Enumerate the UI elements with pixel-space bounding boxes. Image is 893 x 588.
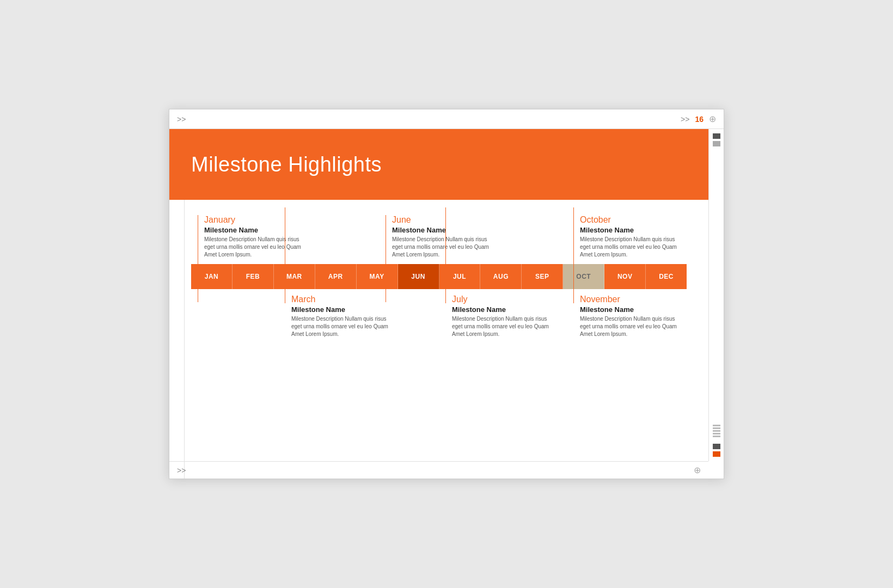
milestone-month-october: October: [580, 215, 687, 225]
right-sidebar: [708, 129, 724, 461]
milestone-below-july: July Milestone Name Milestone Descriptio…: [439, 295, 559, 338]
milestone-desc-november: Milestone Description Nullam quis risus …: [580, 315, 687, 338]
sidebar-block-3: [713, 444, 720, 449]
milestone-above-january: January Milestone Name Milestone Descrip…: [191, 215, 311, 259]
page-number: 16: [695, 115, 704, 124]
month-cell-sep: SEP: [522, 264, 563, 289]
milestones-below: March Milestone Name Milestone Descripti…: [191, 295, 687, 338]
month-cell-may: MAY: [357, 264, 398, 289]
milestone-name-march: Milestone Name: [291, 305, 398, 314]
milestone-above-june: June Milestone Name Milestone Descriptio…: [379, 215, 499, 259]
bottom-chevron-icon[interactable]: >>: [177, 466, 186, 475]
sidebar-block-1: [713, 133, 720, 139]
month-cell-nov: NOV: [604, 264, 646, 289]
milestone-below-november: November Milestone Name Milestone Descri…: [567, 295, 687, 338]
milestone-desc-march: Milestone Description Nullam quis risus …: [291, 315, 398, 338]
sidebar-bars: [713, 425, 720, 437]
sidebar-bar-2: [713, 427, 720, 429]
milestone-below-march: March Milestone Name Milestone Descripti…: [278, 295, 398, 338]
timeline-bar: JANFEBMARAPRMAYJUNJULAUGSEPOCTNOVDEC: [191, 264, 687, 289]
milestone-desc-january: Milestone Description Nullam quis risus …: [204, 236, 311, 259]
milestone-name-july: Milestone Name: [452, 305, 559, 314]
milestone-name-january: Milestone Name: [204, 226, 311, 234]
milestone-month-january: January: [204, 215, 311, 225]
crosshair-icon[interactable]: ⊕: [709, 114, 716, 124]
slide-title: Milestone Highlights: [191, 153, 382, 176]
slide-content: Milestone Highlights January Milestone N…: [169, 129, 708, 461]
chevron-right-icon[interactable]: >>: [177, 115, 186, 124]
sidebar-bar-4: [713, 433, 720, 434]
sidebar-bar-3: [713, 430, 720, 432]
milestone-month-july: July: [452, 295, 559, 304]
toolbar-left: >>: [177, 115, 186, 124]
sidebar-bar-5: [713, 436, 720, 437]
month-cell-feb: FEB: [233, 264, 274, 289]
milestone-above-october: October Milestone Name Milestone Descrip…: [567, 215, 687, 259]
month-cell-oct: OCT: [563, 264, 604, 289]
sidebar-block-orange: [713, 451, 720, 457]
milestone-name-october: Milestone Name: [580, 226, 687, 234]
top-toolbar: >> >> 16 ⊕: [169, 109, 724, 129]
bottom-toolbar: >> ⊕: [169, 461, 708, 479]
timeline-section: January Milestone Name Milestone Descrip…: [169, 215, 708, 338]
milestones-above: January Milestone Name Milestone Descrip…: [191, 215, 687, 259]
milestone-desc-july: Milestone Description Nullam quis risus …: [452, 315, 559, 338]
month-cell-dec: DEC: [646, 264, 687, 289]
header-banner: Milestone Highlights: [169, 129, 708, 200]
milestone-month-march: March: [291, 295, 398, 304]
slide-container: >> >> 16 ⊕ Milestone Highlights: [169, 109, 724, 479]
month-cell-aug: AUG: [480, 264, 522, 289]
milestone-desc-october: Milestone Description Nullam quis risus …: [580, 236, 687, 259]
month-cell-mar: MAR: [274, 264, 315, 289]
milestone-name-november: Milestone Name: [580, 305, 687, 314]
sidebar-block-2: [713, 141, 720, 146]
milestone-month-november: November: [580, 295, 687, 304]
month-cell-jun: JUN: [398, 264, 439, 289]
bottom-crosshair-icon[interactable]: ⊕: [694, 465, 701, 475]
bottom-crosshair[interactable]: ⊕: [694, 465, 701, 475]
sidebar-bar-1: [713, 425, 720, 426]
month-cell-apr: APR: [315, 264, 357, 289]
fast-forward-icon[interactable]: >>: [681, 115, 689, 124]
toolbar-right: >> 16 ⊕: [681, 114, 716, 124]
